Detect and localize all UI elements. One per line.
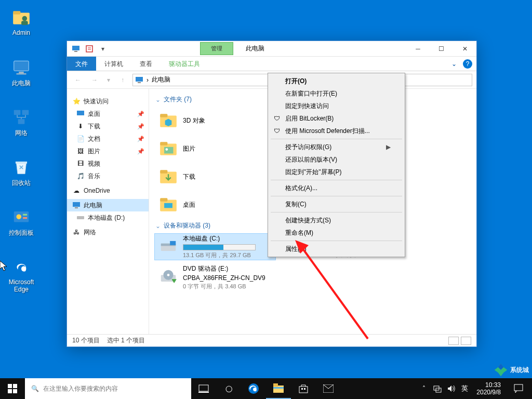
folder-icon: [158, 166, 179, 187]
svg-rect-30: [164, 147, 173, 154]
help-button[interactable]: ?: [463, 59, 472, 69]
tab-drive-tools[interactable]: 驱动器工具: [161, 57, 208, 71]
svg-rect-1: [13, 11, 20, 14]
svg-rect-6: [17, 73, 26, 74]
svg-rect-16: [72, 46, 79, 50]
picture-icon: 🖼: [76, 147, 85, 155]
ctx-grant-access[interactable]: 授予访问权限(G)▶: [270, 141, 403, 153]
svg-rect-5: [19, 72, 24, 73]
ctx-format[interactable]: 格式化(A)...: [270, 182, 403, 194]
qat-dropdown-icon[interactable]: ▾: [97, 43, 109, 55]
tab-file[interactable]: 文件: [67, 57, 96, 71]
manage-contextual-tab[interactable]: 管理: [200, 42, 233, 55]
pc-icon: [72, 201, 81, 209]
titlebar[interactable]: ▾ 管理 此电脑 ─ ☐ ✕: [67, 41, 476, 57]
sidebar-desktop[interactable]: 桌面📌: [67, 108, 149, 120]
svg-rect-14: [23, 217, 27, 219]
tray-chevron-up-icon[interactable]: ˄: [419, 384, 429, 393]
folder-downloads[interactable]: 下载: [154, 163, 276, 190]
status-selected-count: 选中 1 个项目: [107, 336, 145, 345]
sidebar-music[interactable]: 🎵音乐: [67, 170, 149, 182]
taskbar-explorer[interactable]: [266, 378, 291, 399]
view-details-button[interactable]: [448, 337, 459, 345]
sidebar-quick-access[interactable]: ⭐快速访问: [67, 95, 149, 108]
taskbar-cortana[interactable]: ◯: [216, 378, 241, 399]
svg-point-2: [22, 16, 28, 21]
ctx-open-new-window[interactable]: 在新窗口中打开(E): [270, 87, 403, 100]
sidebar-downloads[interactable]: ⬇下载📌: [67, 120, 149, 132]
breadcrumb[interactable]: 此电脑: [152, 75, 170, 84]
task-view-button[interactable]: [191, 378, 216, 399]
drive-dvd[interactable]: DVD 驱动器 (E:) CPBA_X86FRE_ZH-CN_DV9 0 字节 …: [154, 261, 276, 294]
minimize-button[interactable]: ─: [406, 41, 430, 56]
desktop-icon-admin[interactable]: Admin: [2, 7, 41, 36]
svg-rect-10: [16, 162, 27, 164]
nav-up-button[interactable]: ↑: [116, 73, 129, 87]
nav-forward-button[interactable]: →: [88, 73, 101, 87]
pin-icon: 📌: [137, 123, 144, 130]
svg-rect-8: [22, 110, 29, 115]
maximize-button[interactable]: ☐: [430, 41, 453, 56]
desktop-icon-control-panel[interactable]: 控制面板: [2, 207, 41, 237]
drive-c[interactable]: 本地磁盘 (C:) 13.1 GB 可用，共 29.7 GB: [154, 233, 276, 260]
ctx-rename[interactable]: 重命名(M): [270, 227, 403, 239]
svg-rect-22: [73, 202, 80, 207]
ctx-pin-quick-access[interactable]: 固定到快速访问: [270, 100, 403, 112]
tray-network-icon[interactable]: [433, 384, 442, 393]
sidebar-thispc[interactable]: 此电脑: [67, 199, 149, 211]
svg-point-31: [165, 148, 168, 151]
ctx-restore-previous[interactable]: 还原以前的版本(V): [270, 153, 403, 166]
ctx-create-shortcut[interactable]: 创建快捷方式(S): [270, 214, 403, 227]
ctx-bitlocker[interactable]: 🛡启用 BitLocker(B): [270, 112, 403, 125]
taskbar-edge[interactable]: [241, 378, 266, 399]
desktop-icon-thispc[interactable]: 此电脑: [2, 57, 41, 88]
recycle-bin-icon: [11, 157, 32, 178]
taskbar-search[interactable]: 🔍 在这里输入你要搜索的内容: [25, 378, 191, 399]
nav-history-dropdown[interactable]: ▾: [104, 73, 113, 87]
sidebar-pictures[interactable]: 🖼图片📌: [67, 145, 149, 157]
pin-icon: 📌: [137, 136, 144, 142]
sidebar-localdisk-d[interactable]: 本地磁盘 (D:): [67, 211, 149, 224]
svg-rect-9: [18, 119, 25, 124]
desktop-icon-network[interactable]: 网络: [2, 107, 41, 138]
taskbar-mail[interactable]: [316, 378, 341, 399]
folder-3d-objects[interactable]: 3D 对象: [154, 107, 276, 134]
view-tiles-button[interactable]: [461, 337, 471, 345]
svg-point-12: [17, 214, 22, 219]
start-button[interactable]: [0, 378, 25, 399]
ctx-copy[interactable]: 复制(C): [270, 198, 403, 210]
svg-rect-18: [86, 46, 92, 52]
sidebar-documents[interactable]: 📄文档📌: [67, 132, 149, 145]
svg-rect-26: [160, 114, 167, 117]
taskbar-store[interactable]: [291, 378, 316, 399]
svg-rect-29: [160, 142, 167, 145]
close-button[interactable]: ✕: [453, 41, 476, 56]
sidebar-onedrive[interactable]: ☁OneDrive: [67, 184, 149, 197]
control-panel-icon: [11, 207, 32, 228]
tab-computer[interactable]: 计算机: [96, 57, 131, 71]
tab-view[interactable]: 查看: [131, 57, 161, 71]
ctx-defender-scan[interactable]: 🛡使用 Microsoft Defender扫描...: [270, 125, 403, 137]
sidebar-videos[interactable]: 🎞视频: [67, 157, 149, 170]
star-icon: ⭐: [72, 97, 81, 105]
ribbon-expand-icon[interactable]: ⌄: [448, 60, 460, 68]
svg-rect-54: [199, 385, 208, 391]
edge-icon: [11, 257, 32, 277]
folder-desktop[interactable]: 桌面: [154, 191, 276, 218]
action-center-button[interactable]: [508, 384, 529, 393]
svg-rect-20: [138, 82, 141, 83]
ctx-properties[interactable]: 属性(R): [270, 243, 403, 255]
qat-properties-icon[interactable]: [84, 43, 95, 55]
nav-back-button[interactable]: ←: [71, 73, 85, 87]
tray-volume-icon[interactable]: [446, 384, 456, 393]
ctx-open[interactable]: 打开(O): [270, 75, 403, 87]
music-icon: 🎵: [76, 172, 85, 180]
svg-rect-7: [14, 110, 21, 115]
tray-clock[interactable]: 10:33 2020/9/8: [473, 381, 504, 396]
ctx-pin-start[interactable]: 固定到"开始"屏幕(P): [270, 166, 403, 178]
svg-rect-35: [160, 198, 167, 201]
sidebar-network[interactable]: 🖧网络: [67, 226, 149, 238]
desktop-icon-recycle[interactable]: 回收站: [2, 157, 41, 188]
folder-pictures[interactable]: 图片: [154, 135, 276, 162]
tray-ime[interactable]: 英: [460, 384, 469, 393]
